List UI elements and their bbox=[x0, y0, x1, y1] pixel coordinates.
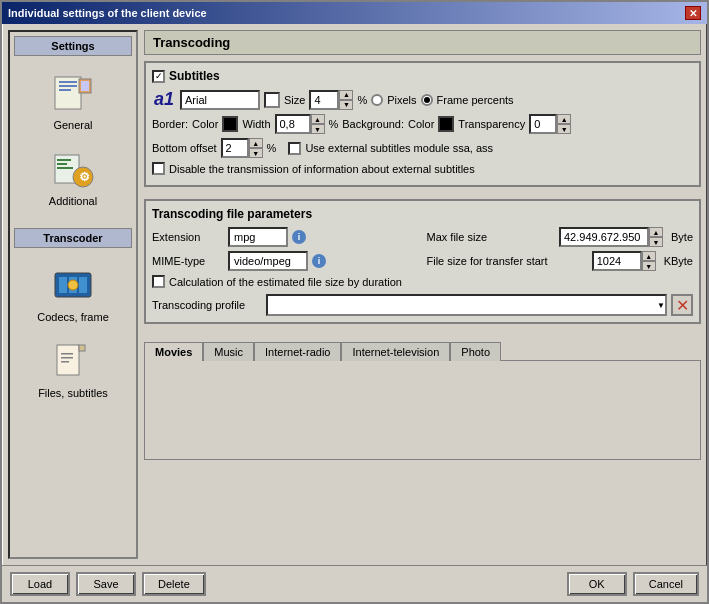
bottom-bar: Load Save Delete OK Cancel bbox=[2, 565, 707, 602]
subtitles-section: Subtitles a1 Arial Size ▲ ▼ bbox=[144, 61, 701, 187]
width-up-btn[interactable]: ▲ bbox=[311, 114, 325, 124]
extension-row: Extension mpg i bbox=[152, 227, 419, 247]
ok-button[interactable]: OK bbox=[567, 572, 627, 596]
font-color-swatch[interactable] bbox=[264, 92, 280, 108]
svg-rect-1 bbox=[59, 81, 77, 83]
delete-button[interactable]: Delete bbox=[142, 572, 206, 596]
pixels-radio[interactable] bbox=[371, 94, 383, 106]
subtitles-title: Subtitles bbox=[169, 69, 220, 83]
svg-rect-5 bbox=[81, 81, 89, 91]
bottom-right-buttons: OK Cancel bbox=[567, 572, 699, 596]
transfer-input[interactable] bbox=[592, 251, 642, 271]
mime-input[interactable]: video/mpeg bbox=[228, 251, 308, 271]
profile-label: Transcoding profile bbox=[152, 299, 262, 311]
profile-dropdown-wrapper: ▼ bbox=[266, 294, 667, 316]
calc-checkbox[interactable] bbox=[152, 275, 165, 288]
external-module-label: Use external subtitles module ssa, ass bbox=[305, 142, 493, 154]
transfer-row: File size for transfer start ▲ ▼ KByte bbox=[427, 251, 694, 271]
file-params-grid: Extension mpg i MIME-type video/mpeg i bbox=[152, 227, 693, 271]
font-row: a1 Arial Size ▲ ▼ % bbox=[152, 89, 693, 110]
width-spinner: ▲ ▼ bbox=[275, 114, 325, 134]
subtitles-checkbox[interactable] bbox=[152, 70, 165, 83]
mime-info-icon[interactable]: i bbox=[312, 254, 326, 268]
disable-label: Disable the transmission of information … bbox=[169, 163, 475, 175]
tab-music[interactable]: Music bbox=[203, 342, 254, 361]
sidebar-item-general[interactable]: General bbox=[14, 64, 132, 136]
disable-checkbox[interactable] bbox=[152, 162, 165, 175]
tab-movies[interactable]: Movies bbox=[144, 342, 203, 361]
size-spinner: ▲ ▼ bbox=[309, 90, 353, 110]
pixels-label: Pixels bbox=[387, 94, 416, 106]
max-file-input[interactable] bbox=[559, 227, 649, 247]
bottom-left-buttons: Load Save Delete bbox=[10, 572, 206, 596]
font-name-field[interactable]: Arial bbox=[180, 90, 260, 110]
size-down-btn[interactable]: ▼ bbox=[339, 100, 353, 110]
transfer-unit: KByte bbox=[664, 255, 693, 267]
width-input[interactable] bbox=[275, 114, 311, 134]
main-window: Individual settings of the client device… bbox=[0, 0, 709, 604]
svg-rect-20 bbox=[61, 353, 73, 355]
border-color-swatch[interactable] bbox=[222, 116, 238, 132]
transfer-spinner: ▲ ▼ bbox=[592, 251, 656, 271]
max-file-up-btn[interactable]: ▲ bbox=[649, 227, 663, 237]
tab-photo[interactable]: Photo bbox=[450, 342, 501, 361]
frame-percents-radio-group: Frame percents bbox=[421, 94, 514, 106]
tab-internet-television[interactable]: Internet-television bbox=[341, 342, 450, 361]
sidebar-item-codecs[interactable]: Codecs, frame bbox=[14, 256, 132, 328]
max-file-unit: Byte bbox=[671, 231, 693, 243]
sidebar-additional-label: Additional bbox=[49, 195, 97, 207]
cancel-button[interactable]: Cancel bbox=[633, 572, 699, 596]
general-icon bbox=[49, 69, 97, 117]
external-module-checkbox[interactable] bbox=[288, 142, 301, 155]
right-col: Max file size ▲ ▼ Byte File s bbox=[427, 227, 694, 271]
size-input[interactable] bbox=[309, 90, 339, 110]
offset-spinner-buttons: ▲ ▼ bbox=[249, 138, 263, 158]
tab-content bbox=[144, 360, 701, 460]
svg-rect-17 bbox=[57, 345, 79, 375]
offset-down-btn[interactable]: ▼ bbox=[249, 148, 263, 158]
frame-percents-radio[interactable] bbox=[421, 94, 433, 106]
transparency-input[interactable] bbox=[529, 114, 557, 134]
font-icon: a1 bbox=[152, 89, 176, 110]
main-panel: Transcoding Subtitles a1 Arial Size bbox=[144, 30, 701, 559]
additional-icon: ⚙ bbox=[49, 145, 97, 193]
max-file-label: Max file size bbox=[427, 231, 555, 243]
tab-internet-radio[interactable]: Internet-radio bbox=[254, 342, 341, 361]
subtitles-header: Subtitles bbox=[152, 69, 693, 83]
border-row: Border: Color Width ▲ ▼ % Background: Co… bbox=[152, 114, 693, 134]
sidebar-item-additional[interactable]: ⚙ Additional bbox=[14, 140, 132, 212]
width-down-btn[interactable]: ▼ bbox=[311, 124, 325, 134]
sidebar-general-label: General bbox=[53, 119, 92, 131]
transfer-up-btn[interactable]: ▲ bbox=[642, 251, 656, 261]
font-name-value: Arial bbox=[185, 94, 207, 106]
load-button[interactable]: Load bbox=[10, 572, 70, 596]
save-button[interactable]: Save bbox=[76, 572, 136, 596]
content-area: Settings General bbox=[2, 24, 707, 565]
sidebar-item-files[interactable]: Files, subtitles bbox=[14, 332, 132, 404]
codecs-icon bbox=[49, 261, 97, 309]
transparency-up-btn[interactable]: ▲ bbox=[557, 114, 571, 124]
bg-color-swatch[interactable] bbox=[438, 116, 454, 132]
calc-label: Calculation of the estimated file size b… bbox=[169, 276, 402, 288]
close-button[interactable]: ✕ bbox=[685, 6, 701, 20]
svg-point-16 bbox=[68, 280, 78, 290]
size-label: Size bbox=[284, 94, 305, 106]
max-file-down-btn[interactable]: ▼ bbox=[649, 237, 663, 247]
transparency-down-btn[interactable]: ▼ bbox=[557, 124, 571, 134]
transfer-down-btn[interactable]: ▼ bbox=[642, 261, 656, 271]
extension-info-icon[interactable]: i bbox=[292, 230, 306, 244]
svg-rect-21 bbox=[61, 357, 73, 359]
extension-input[interactable]: mpg bbox=[228, 227, 288, 247]
offset-input[interactable] bbox=[221, 138, 249, 158]
svg-rect-9 bbox=[57, 167, 73, 169]
svg-rect-3 bbox=[59, 89, 71, 91]
offset-up-btn[interactable]: ▲ bbox=[249, 138, 263, 148]
size-up-btn[interactable]: ▲ bbox=[339, 90, 353, 100]
svg-rect-2 bbox=[59, 85, 77, 87]
profile-select[interactable] bbox=[266, 294, 667, 316]
width-percent: % bbox=[329, 118, 339, 130]
profile-delete-btn[interactable]: ✕ bbox=[671, 294, 693, 316]
sidebar-settings-label: Settings bbox=[14, 36, 132, 56]
sidebar: Settings General bbox=[8, 30, 138, 559]
svg-rect-22 bbox=[61, 361, 69, 363]
